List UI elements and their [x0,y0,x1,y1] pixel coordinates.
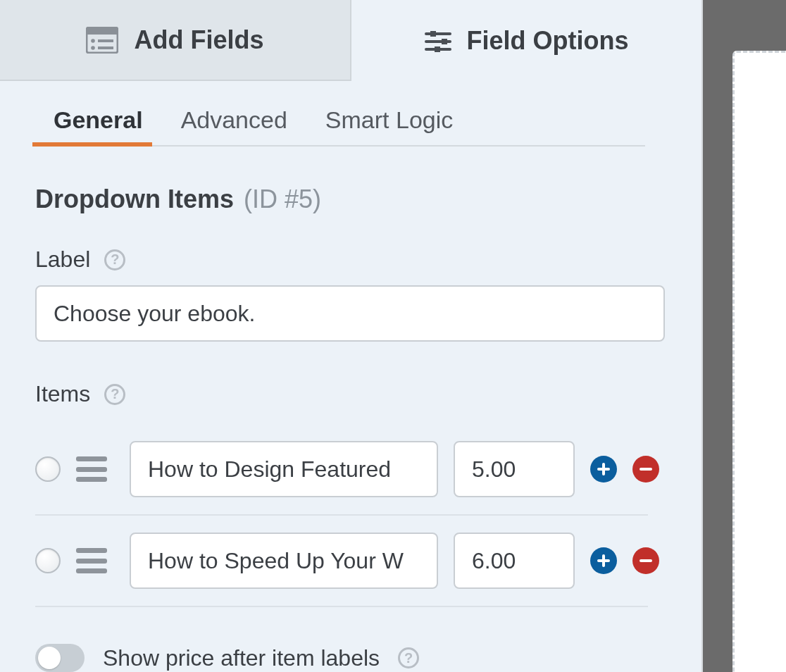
item-row [35,516,648,607]
svg-rect-5 [98,46,113,49]
subtab-active-indicator [32,142,152,147]
drag-handle-icon[interactable] [76,456,107,482]
subtab-smart-logic[interactable]: Smart Logic [325,106,453,147]
drag-handle-icon[interactable] [76,548,107,573]
default-radio[interactable] [35,456,61,482]
add-item-button[interactable] [590,456,617,483]
svg-point-4 [92,46,96,50]
field-id: (ID #5) [244,185,321,214]
items-heading-row: Items ? [35,381,648,407]
items-heading: Items [35,381,90,407]
field-options-panel: Dropdown Items (ID #5) Label ? Items ? [0,147,701,672]
form-preview-placeholder [732,51,786,672]
item-name-input[interactable] [130,533,438,589]
plus-icon [597,462,611,476]
item-row [35,424,648,516]
tab-field-options-label: Field Options [467,26,629,56]
help-icon[interactable]: ? [104,249,125,270]
subtab-advanced[interactable]: Advanced [181,106,287,147]
field-type-title: Dropdown Items [35,185,234,214]
show-price-toggle[interactable] [35,644,85,672]
svg-rect-1 [87,27,118,35]
add-item-button[interactable] [590,547,617,574]
sub-tabs: General Advanced Smart Logic [0,81,701,147]
remove-item-button[interactable] [632,456,659,483]
svg-rect-11 [435,46,440,52]
tab-field-options[interactable]: Field Options [351,0,701,81]
label-input[interactable] [35,285,665,342]
form-list-icon [86,27,118,54]
show-price-toggle-row: Show price after item labels ? [35,644,648,672]
toggle-knob [38,647,61,669]
remove-item-button[interactable] [632,547,659,574]
tab-add-fields[interactable]: Add Fields [0,0,351,81]
default-radio[interactable] [35,548,61,573]
item-price-input[interactable] [454,533,575,589]
field-title-row: Dropdown Items (ID #5) [35,185,648,214]
minus-icon [639,554,653,568]
svg-point-2 [92,39,96,43]
label-heading: Label [35,247,90,273]
tab-add-fields-label: Add Fields [134,25,263,55]
subtab-general[interactable]: General [54,106,143,147]
label-heading-row: Label ? [35,247,648,273]
svg-rect-9 [442,39,447,44]
form-preview-column [703,0,786,672]
top-tabs: Add Fields Field Options [0,0,701,81]
svg-rect-3 [98,39,113,42]
help-icon[interactable]: ? [398,647,419,668]
sliders-icon [425,27,451,54]
help-icon[interactable]: ? [104,384,125,405]
item-price-input[interactable] [454,441,575,497]
item-name-input[interactable] [130,441,438,497]
plus-icon [597,554,611,568]
show-price-toggle-label: Show price after item labels [103,645,380,671]
svg-rect-7 [430,31,436,37]
builder-sidebar: Add Fields Field Options General Advance… [0,0,703,672]
minus-icon [639,462,653,476]
